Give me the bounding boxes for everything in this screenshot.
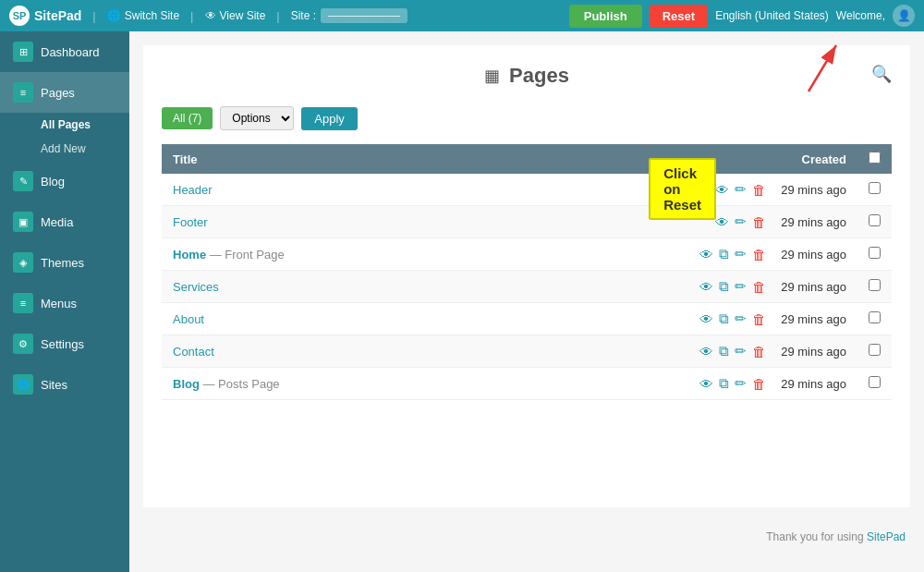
separator: |	[190, 9, 193, 23]
row-checkbox[interactable]	[869, 214, 881, 226]
cell-checkbox	[857, 271, 892, 303]
search-button[interactable]: 🔍	[871, 64, 892, 84]
view-site-link[interactable]: 👁 View Site	[205, 9, 266, 22]
row-checkbox[interactable]	[869, 279, 881, 291]
view-icon[interactable]: 👁	[699, 247, 713, 262]
cell-checkbox	[857, 303, 892, 335]
cell-actions: 👁⧉✏🗑29 mins ago	[688, 271, 857, 303]
cell-title: Footer	[162, 206, 688, 238]
sidebar-item-settings[interactable]: ⚙ Settings	[0, 323, 129, 364]
page-name: Home	[173, 248, 206, 262]
clone-icon[interactable]: ⧉	[719, 310, 729, 327]
sidebar-item-sites[interactable]: 🌐 Sites	[0, 364, 129, 405]
row-checkbox[interactable]	[869, 376, 881, 388]
clone-icon[interactable]: ⧉	[719, 343, 729, 359]
clone-icon[interactable]: ⧉	[719, 278, 729, 295]
cell-checkbox	[857, 335, 892, 368]
col-title: Title	[162, 144, 688, 174]
themes-icon: ◈	[13, 252, 33, 273]
footer: Thank you for using SitePad	[129, 521, 924, 553]
action-icons: 👁⧉✏🗑29 mins ago	[699, 343, 846, 359]
table-row: Services👁⧉✏🗑29 mins ago	[162, 271, 892, 303]
view-icon[interactable]: 👁	[699, 376, 713, 392]
sidebar-subitem-all-pages[interactable]: All Pages	[0, 113, 129, 137]
avatar[interactable]: 👤	[893, 5, 915, 27]
delete-icon[interactable]: 🗑	[752, 344, 766, 359]
edit-icon[interactable]: ✏	[735, 375, 747, 392]
edit-icon[interactable]: ✏	[735, 181, 747, 198]
action-icons: 👁⧉✏🗑29 mins ago	[699, 246, 846, 262]
clone-icon[interactable]: ⧉	[719, 246, 729, 262]
blog-icon: ✎	[13, 171, 33, 191]
pages-icon: ≡	[13, 82, 33, 103]
delete-icon[interactable]: 🗑	[752, 311, 766, 327]
main-content: Click on Reset ▦ Pages 🔍	[129, 31, 924, 572]
edit-icon[interactable]: ✏	[735, 213, 747, 230]
sidebar-item-media[interactable]: ▣ Media	[0, 201, 129, 242]
publish-button[interactable]: Publish	[569, 5, 642, 28]
main-inner: Click on Reset ▦ Pages 🔍	[143, 45, 910, 507]
action-icons: 👁⧉✏🗑29 mins ago	[699, 278, 846, 295]
cell-title: Header	[162, 174, 688, 206]
reset-button[interactable]: Reset	[650, 5, 708, 28]
view-icon[interactable]: 👁	[699, 279, 713, 295]
layout: ⊞ Dashboard ≡ Pages All Pages Add New ✎ …	[0, 31, 924, 572]
brand: SP SitePad	[9, 6, 81, 26]
sidebar-item-dashboard[interactable]: ⊞ Dashboard	[0, 31, 129, 72]
time-created: 29 mins ago	[781, 345, 846, 359]
separator: |	[276, 9, 279, 23]
locale: English (United States)	[715, 9, 829, 22]
cell-title: Contact	[162, 335, 688, 368]
dashboard-icon: ⊞	[13, 42, 33, 62]
cell-actions: 👁✏🗑29 mins ago	[688, 206, 857, 238]
sidebar-item-blog[interactable]: ✎ Blog	[0, 161, 129, 201]
cell-actions: 👁⧉✏🗑29 mins ago	[688, 303, 857, 335]
view-icon[interactable]: 👁	[699, 344, 713, 359]
time-created: 29 mins ago	[781, 280, 846, 294]
topbar-right: Publish Reset English (United States) We…	[569, 5, 915, 28]
delete-icon[interactable]: 🗑	[752, 376, 766, 392]
delete-icon[interactable]: 🗑	[752, 279, 766, 295]
page-suffix: — Posts Page	[200, 377, 280, 391]
table-row: Header👁✏🗑29 mins ago	[162, 174, 892, 206]
apply-button[interactable]: Apply	[301, 107, 358, 130]
sidebar-item-menus[interactable]: ≡ Menus	[0, 283, 129, 323]
select-all-checkbox[interactable]	[869, 152, 881, 164]
table-row: Home — Front Page👁⧉✏🗑29 mins ago	[162, 238, 892, 271]
sidebar-item-pages[interactable]: ≡ Pages	[0, 72, 129, 113]
table-row: About👁⧉✏🗑29 mins ago	[162, 303, 892, 335]
edit-icon[interactable]: ✏	[735, 246, 747, 262]
view-icon[interactable]: 👁	[699, 311, 713, 327]
separator: |	[92, 9, 95, 23]
sidebar-label-blog: Blog	[41, 175, 65, 189]
sidebar-item-themes[interactable]: ◈ Themes	[0, 242, 129, 283]
options-select[interactable]: Options	[220, 106, 294, 130]
cell-checkbox	[857, 368, 892, 400]
delete-icon[interactable]: 🗑	[752, 214, 766, 230]
site-info: Site : ──────────	[291, 8, 407, 23]
view-icon[interactable]: 👁	[715, 182, 729, 198]
row-checkbox[interactable]	[869, 344, 881, 356]
delete-icon[interactable]: 🗑	[752, 247, 766, 262]
action-icons: 👁✏🗑29 mins ago	[715, 213, 846, 230]
footer-brand-link[interactable]: SitePad	[867, 530, 906, 543]
row-checkbox[interactable]	[869, 311, 881, 323]
clone-icon[interactable]: ⧉	[719, 375, 729, 392]
edit-icon[interactable]: ✏	[735, 343, 747, 359]
row-checkbox[interactable]	[869, 182, 881, 194]
cell-checkbox	[857, 238, 892, 271]
edit-icon[interactable]: ✏	[735, 310, 747, 327]
row-checkbox[interactable]	[869, 247, 881, 259]
page-title-row: ▦ Pages 🔍	[162, 64, 892, 88]
table-row: Contact👁⧉✏🗑29 mins ago	[162, 335, 892, 368]
cell-title: Blog — Posts Page	[162, 368, 688, 400]
sidebar-label-dashboard: Dashboard	[41, 45, 100, 59]
switch-site-link[interactable]: 🌐 Switch Site	[107, 9, 179, 22]
sidebar-subitem-add-new[interactable]: Add New	[0, 137, 129, 161]
sidebar-label-settings: Settings	[41, 337, 84, 351]
all-filter-button[interactable]: All (7)	[162, 107, 213, 129]
cell-actions: 👁⧉✏🗑29 mins ago	[688, 368, 857, 400]
view-icon[interactable]: 👁	[715, 214, 729, 230]
edit-icon[interactable]: ✏	[735, 278, 747, 295]
delete-icon[interactable]: 🗑	[752, 182, 766, 198]
